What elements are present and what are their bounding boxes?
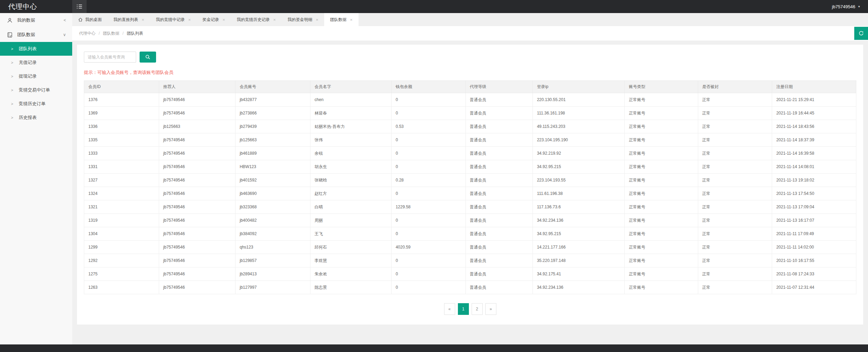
table-cell: 正常账号	[625, 267, 698, 281]
column-header-8: 是否被封	[698, 81, 772, 93]
username-label: jb75749546	[832, 4, 855, 9]
table-cell: 2021-11-13 17:09:04	[772, 200, 856, 214]
tab-my-desktop[interactable]: 我的桌面	[72, 13, 108, 26]
close-icon[interactable]: ×	[350, 17, 353, 22]
table-cell: 正常账号	[625, 187, 698, 200]
pagination-page-1[interactable]: 1	[458, 303, 469, 315]
table-cell: 0	[391, 214, 465, 227]
table-cell: jb75749546	[159, 241, 235, 254]
table-cell: 49.115.243.203	[532, 120, 624, 133]
sidebar-item-team-data[interactable]: 团队数据 ∨	[0, 28, 72, 42]
sidebar-item-label: 历史报表	[19, 114, 36, 121]
table-cell: jb75749546	[159, 93, 235, 107]
close-icon[interactable]: ×	[316, 17, 318, 22]
table-row: 1263jb75749546jb127997陈志景0普通会员34.92.234.…	[84, 281, 856, 294]
table-cell: 2021-11-14 16:39:58	[772, 147, 856, 160]
table-cell: 余锐	[310, 147, 392, 160]
chevron-right-icon: >	[11, 102, 13, 106]
table-cell: 正常	[698, 227, 772, 241]
tab-my-funds-detail[interactable]: 我的资金明细×	[282, 13, 324, 26]
table-cell: 正常账号	[625, 227, 698, 241]
table-cell: 正常账号	[625, 107, 698, 120]
chevron-collapsed-icon: <	[64, 18, 66, 23]
table-cell: 李煜慧	[310, 254, 392, 267]
top-header: 代理中心 jb75749546 ▼	[0, 0, 868, 13]
table-cell: 正常	[698, 93, 772, 107]
table-cell: 223.104.193.55	[532, 174, 624, 187]
pagination-page-2[interactable]: 2	[472, 303, 483, 315]
column-header-9: 注册日期	[772, 81, 856, 93]
table-row: 1376jb75749546jb432877chen0普通会员220.130.5…	[84, 93, 856, 107]
close-icon[interactable]: ×	[273, 17, 276, 22]
chevron-right-icon: >	[11, 116, 13, 120]
footer-bar	[0, 344, 868, 352]
table-cell: jb75749546	[159, 147, 235, 160]
table-cell: 2021-11-07 12:31:44	[772, 281, 856, 294]
table-cell: jb75749546	[159, 187, 235, 200]
sidebar-item-label: 提现记录	[19, 73, 36, 79]
search-input[interactable]	[84, 52, 136, 63]
table-cell: 正常账号	[625, 160, 698, 174]
breadcrumb-item[interactable]: 代理中心	[79, 31, 96, 36]
close-icon[interactable]: ×	[188, 17, 191, 22]
table-cell: jb323368	[235, 200, 310, 214]
tab-my-betting-history[interactable]: 我的竞猜历史记录×	[231, 13, 282, 26]
table-cell: jb432877	[235, 93, 310, 107]
sidebar-item-team-list[interactable]: >团队列表	[0, 42, 72, 56]
sidebar-item-withdraw-records[interactable]: >提现记录	[0, 69, 72, 83]
breadcrumb-item[interactable]: 团队数据	[103, 31, 119, 36]
app-title: 代理中心	[0, 2, 72, 11]
menu-toggle-button[interactable]	[72, 0, 87, 13]
table-row: 1324jb75749546jb463690赵红方0普通会员111.61.196…	[84, 187, 856, 200]
tab-my-direct-list[interactable]: 我的直推列表×	[108, 13, 150, 26]
table-cell: 0	[391, 227, 465, 241]
table-cell: 正常	[698, 281, 772, 294]
breadcrumb: 代理中心/团队数据/团队列表	[79, 31, 143, 36]
table-cell: jb461889	[235, 147, 310, 160]
sidebar-item-history-reports[interactable]: >历史报表	[0, 111, 72, 124]
table-cell: 周丽	[310, 214, 392, 227]
table-row: 1304jb75749546jb384092王飞0普通会员34.92.95.21…	[84, 227, 856, 241]
search-button[interactable]	[140, 52, 156, 63]
table-cell: 1304	[84, 227, 159, 241]
refresh-button[interactable]	[854, 27, 868, 40]
table-cell: 普通会员	[465, 174, 532, 187]
table-row: 1321jb75749546jb323368白晴1229.58普通会员117.1…	[84, 200, 856, 214]
table-cell: 2021-11-11 14:02:00	[772, 241, 856, 254]
sidebar-item-betting-history-orders[interactable]: >竞猜历史订单	[0, 97, 72, 111]
breadcrumb-item: 团队列表	[127, 31, 143, 36]
table-cell: 1327	[84, 174, 159, 187]
tab-my-betting-open[interactable]: 我的竞猜中记录×	[150, 13, 197, 26]
table-cell: 1275	[84, 267, 159, 281]
table-cell: jb400482	[235, 214, 310, 227]
tab-bonus-records[interactable]: 奖金记录×	[197, 13, 231, 26]
table-cell: 普通会员	[465, 227, 532, 241]
table-cell: 普通会员	[465, 147, 532, 160]
table-cell: 正常	[698, 200, 772, 214]
breadcrumb-separator: /	[99, 31, 100, 36]
table-cell: 111.61.196.38	[532, 187, 624, 200]
table-row: 1299jb75749546qhs123邱何石4020.59普通会员14.221…	[84, 241, 856, 254]
sidebar-item-label: 竞猜历史订单	[19, 101, 45, 107]
pagination-prev-button[interactable]: «	[444, 303, 455, 315]
table-cell: 111.36.161.198	[532, 107, 624, 120]
sidebar-item-recharge-records[interactable]: >充值记录	[0, 56, 72, 69]
sidebar-item-betting-open-orders[interactable]: >竞猜交易中订单	[0, 83, 72, 97]
sidebar-item-my-data[interactable]: 我的数据 <	[0, 13, 72, 28]
table-cell: 0	[391, 267, 465, 281]
column-header-0: 会员ID	[84, 81, 159, 93]
table-cell: 邱何石	[310, 241, 392, 254]
table-cell: 正常账号	[625, 147, 698, 160]
table-cell: 正常账号	[625, 281, 698, 294]
breadcrumb-separator: /	[122, 31, 123, 36]
close-icon[interactable]: ×	[142, 17, 144, 22]
tab-team-data[interactable]: 团队数据×	[324, 13, 359, 26]
sidebar-item-label: 竞猜交易中订单	[19, 87, 50, 93]
table-cell: 2021-11-14 18:37:39	[772, 133, 856, 147]
table-cell: 王飞	[310, 227, 392, 241]
table-cell: 普通会员	[465, 160, 532, 174]
close-icon[interactable]: ×	[222, 17, 225, 22]
pagination-next-button[interactable]: »	[485, 303, 496, 315]
user-menu[interactable]: jb75749546 ▼	[832, 4, 868, 9]
table-cell: 正常账号	[625, 254, 698, 267]
